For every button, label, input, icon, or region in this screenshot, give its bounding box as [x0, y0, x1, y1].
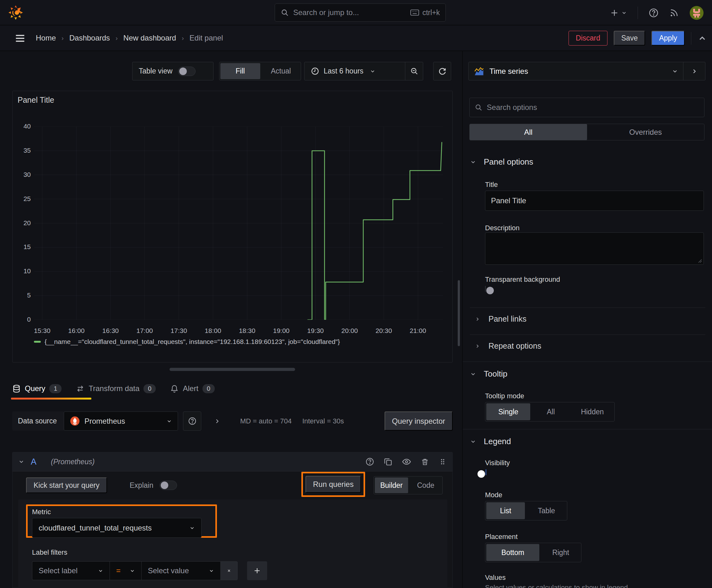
zoom-out-button[interactable] — [405, 62, 423, 80]
chart-legend: {__name__="cloudflared_tunnel_total_requ… — [34, 338, 340, 345]
mode-table-option[interactable]: Table — [526, 501, 567, 520]
divider — [691, 32, 691, 45]
tab-all-options[interactable]: All — [470, 124, 587, 140]
datasource-help-button[interactable] — [183, 412, 201, 430]
placement-bottom-option[interactable]: Bottom — [486, 544, 539, 561]
description-textarea[interactable] — [485, 232, 704, 265]
plus-icon — [253, 567, 261, 574]
chevron-right-icon — [475, 316, 480, 322]
refresh-button[interactable] — [433, 62, 451, 80]
table-view-toggle[interactable] — [178, 67, 196, 76]
grafana-logo[interactable] — [8, 5, 23, 20]
run-queries-button[interactable]: Run queries — [305, 476, 361, 493]
options-search[interactable] — [469, 98, 705, 117]
tab-alert[interactable]: Alert 0 — [170, 377, 214, 400]
viz-select-button[interactable]: Time series — [469, 62, 683, 80]
series-legend-label[interactable]: {__name__="cloudflared_tunnel_total_requ… — [45, 338, 340, 345]
table-view-control: Table view — [132, 62, 214, 80]
kickstart-query-button[interactable]: Kick start your query — [26, 478, 107, 493]
builder-option[interactable]: Builder — [375, 478, 408, 493]
tooltip-section[interactable]: Tooltip — [470, 369, 507, 379]
chart-plot[interactable] — [34, 127, 443, 320]
divider — [470, 308, 706, 308]
options-sidebar: Time series All Overrides Panel options … — [462, 51, 712, 588]
legend-section[interactable]: Legend — [470, 437, 511, 446]
tab-transform-data[interactable]: Transform data 0 — [76, 377, 156, 400]
alert-count-badge: 0 — [202, 384, 215, 393]
breadcrumb-new-dashboard[interactable]: New dashboard — [123, 34, 176, 42]
menu-toggle-icon[interactable] — [14, 32, 26, 45]
tab-overrides[interactable]: Overrides — [587, 124, 705, 140]
explain-toggle[interactable] — [159, 481, 177, 490]
duplicate-icon[interactable] — [384, 457, 392, 466]
options-search-input[interactable] — [487, 103, 699, 112]
placement-right-option[interactable]: Right — [540, 543, 581, 562]
y-tick: 10 — [13, 267, 31, 275]
metric-select[interactable]: cloudflared_tunnel_total_requests — [32, 518, 201, 538]
pane-resize-handle[interactable] — [170, 368, 295, 371]
help-icon[interactable] — [649, 8, 659, 18]
x-tick: 20:00 — [336, 327, 364, 335]
chevron-right-icon[interactable] — [214, 418, 221, 425]
legend-visibility-toggle[interactable] — [486, 469, 486, 475]
query-inspector-button[interactable]: Query inspector — [385, 412, 453, 430]
chevron-down-icon — [621, 10, 627, 16]
remove-filter-button[interactable] — [220, 561, 238, 580]
repeat-options-section[interactable]: Repeat options — [475, 341, 541, 351]
y-tick: 0 — [13, 316, 31, 323]
add-new-button[interactable] — [610, 8, 627, 17]
panel-actions: Discard Save Apply — [568, 31, 707, 45]
add-filter-button[interactable] — [247, 561, 267, 580]
panel-links-section[interactable]: Panel links — [475, 314, 526, 323]
toggle-visibility-icon[interactable] — [402, 457, 411, 466]
tooltip-all-option[interactable]: All — [531, 402, 570, 421]
divider — [470, 335, 706, 335]
transparent-bg-toggle[interactable] — [485, 286, 486, 292]
tooltip-single-option[interactable]: Single — [486, 403, 530, 420]
breadcrumb-home[interactable]: Home — [36, 34, 56, 42]
toggle-viz-pane-button[interactable] — [683, 62, 705, 80]
chevron-right-icon: › — [62, 35, 64, 42]
question-circle-icon[interactable] — [365, 457, 374, 466]
datasource-row: Data source Prometheus MD = auto = 704 I… — [12, 412, 453, 430]
x-tick: 19:00 — [267, 327, 296, 335]
breadcrumb-dashboards[interactable]: Dashboards — [69, 34, 110, 42]
query-a-header[interactable]: A (Prometheus) — [13, 452, 452, 471]
keyboard-icon — [410, 9, 419, 16]
global-search[interactable]: Search or jump to... ctrl+k — [275, 3, 446, 22]
panel-options-section[interactable]: Panel options — [470, 157, 533, 167]
select-value-dropdown[interactable]: Select value — [141, 561, 220, 580]
panel-title[interactable]: Panel Title — [18, 96, 54, 105]
search-placeholder: Search or jump to... — [293, 8, 406, 17]
save-button[interactable]: Save — [614, 31, 645, 45]
clock-icon — [311, 67, 319, 76]
options-scrollbar[interactable] — [458, 280, 460, 346]
actual-option[interactable]: Actual — [261, 62, 301, 80]
time-range-button[interactable]: Last 6 hours — [304, 67, 405, 76]
chevron-down-icon — [98, 568, 103, 573]
drag-grip-icon[interactable] — [438, 458, 447, 466]
operator-dropdown[interactable]: = — [110, 561, 141, 580]
code-option[interactable]: Code — [409, 477, 442, 494]
select-label-dropdown[interactable]: Select label — [32, 561, 110, 580]
tab-query[interactable]: Query 1 — [12, 377, 62, 400]
editor-tabs: Query 1 Transform data 0 Alert 0 — [12, 377, 215, 400]
y-tick: 25 — [13, 195, 31, 203]
discard-button[interactable]: Discard — [568, 31, 607, 45]
datasource-picker[interactable]: Prometheus — [64, 412, 178, 430]
tooltip-hidden-option[interactable]: Hidden — [570, 402, 614, 421]
trash-icon[interactable] — [421, 458, 429, 466]
breadcrumb: Home › Dashboards › New dashboard › Edit… — [36, 25, 223, 50]
user-avatar[interactable] — [689, 6, 704, 20]
news-rss-icon[interactable] — [669, 8, 679, 18]
chevron-down-icon — [166, 418, 172, 424]
apply-button[interactable]: Apply — [651, 31, 685, 45]
explain-label: Explain — [130, 481, 153, 490]
collapse-header-icon[interactable] — [697, 34, 707, 43]
top-bar: Search or jump to... ctrl+k — [0, 0, 712, 25]
chevron-right-icon: › — [115, 35, 118, 42]
query-ref-id[interactable]: A — [31, 457, 37, 467]
mode-list-option[interactable]: List — [486, 502, 525, 519]
fill-option[interactable]: Fill — [220, 63, 260, 79]
panel-title-input[interactable] — [485, 191, 704, 211]
